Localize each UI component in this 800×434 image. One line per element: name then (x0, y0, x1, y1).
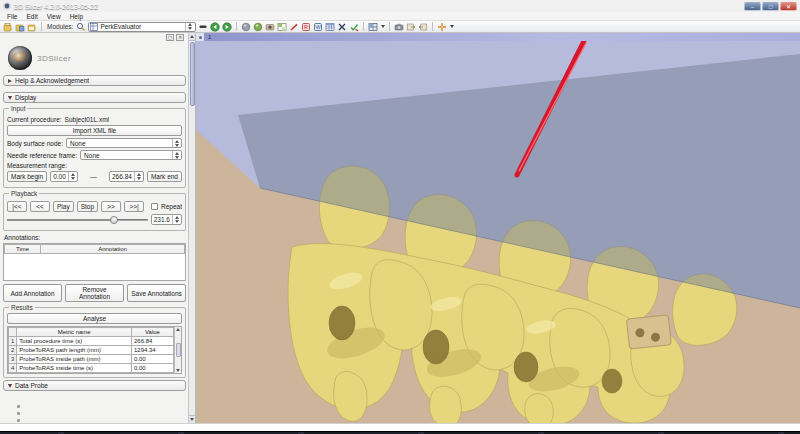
menu-edit[interactable]: Edit (22, 13, 41, 20)
scene-snapshot-icon[interactable] (406, 22, 416, 32)
layout-icon[interactable] (368, 22, 378, 32)
scroll-thumb[interactable] (190, 42, 195, 106)
step-back-button[interactable]: << (30, 201, 50, 212)
toolbar-separator (236, 22, 237, 31)
add-annotation-button[interactable]: Add Annotation (3, 284, 62, 302)
results-scrollbar[interactable] (174, 327, 181, 373)
close-button[interactable]: ✕ (780, 2, 797, 11)
annotations-empty-area (4, 254, 185, 280)
panel-scrollbar[interactable] (188, 33, 195, 423)
annotations-table[interactable]: Time Annotation (3, 243, 186, 281)
module-selector-value: PerkEvaluator (98, 23, 185, 30)
slicer-logo (8, 46, 32, 70)
result-row[interactable]: 3 ProbeToRAS inside path (mm) 0.00 (9, 355, 174, 364)
screenshot-icon[interactable] (265, 22, 275, 32)
body-surface-combobox[interactable]: None (66, 138, 182, 148)
history-back-icon[interactable] (210, 22, 220, 32)
collapsed-arrow-icon (8, 79, 12, 83)
history-forward-icon[interactable] (222, 22, 232, 32)
repeat-checkbox[interactable] (151, 203, 158, 210)
spinbox-arrows-icon[interactable] (172, 215, 181, 224)
favorite-module-icon[interactable] (253, 22, 263, 32)
module-selector-spinner[interactable] (185, 23, 194, 31)
skip-to-start-button[interactable]: |<< (7, 201, 27, 212)
mark-end-button[interactable]: Mark end (147, 171, 182, 182)
module-home-icon[interactable] (241, 22, 251, 32)
data-probe-markers (17, 405, 186, 422)
view-pin-icon[interactable] (196, 33, 205, 41)
current-time-spinbox[interactable]: 231.6 (151, 214, 182, 225)
annotations-col-time: Time (5, 245, 41, 254)
data-probe-section[interactable]: Data Probe (3, 380, 186, 391)
range-start-spinbox[interactable]: 0.00 (50, 171, 78, 182)
mark-begin-button[interactable]: Mark begin (7, 171, 47, 182)
undock-panel-icon[interactable] (198, 22, 208, 32)
module-panel: ◻ ✕ 3DSlicer Help & Acknowledgement Disp… (0, 33, 196, 423)
module-icon (90, 23, 98, 31)
crosshair-icon[interactable] (437, 22, 447, 32)
title-bar[interactable]: 3D Slicer 4.2.0-2013-05-22 – □ ✕ (0, 0, 800, 12)
module-selector[interactable]: PerkEvaluator (88, 22, 196, 32)
remove-annotation-button[interactable]: Remove Annotation (65, 284, 124, 302)
threed-scene[interactable] (196, 41, 800, 423)
panel-hide-icon[interactable]: ✕ (176, 34, 184, 41)
toolbar-separator (389, 22, 390, 31)
current-procedure-label: Current procedure: (7, 116, 62, 123)
play-button[interactable]: Play (53, 201, 74, 212)
minimize-button[interactable]: – (744, 2, 761, 11)
module-search-icon[interactable] (76, 22, 86, 32)
threed-view[interactable]: 1 (196, 33, 800, 423)
display-section[interactable]: Display (3, 92, 186, 103)
table-grid-icon[interactable] (325, 22, 335, 32)
slider-handle[interactable] (110, 216, 118, 224)
capture-camera-icon[interactable] (394, 22, 404, 32)
restore-view-icon[interactable] (418, 22, 428, 32)
panel-float-icon[interactable]: ◻ (166, 34, 174, 41)
transforms-icon[interactable] (337, 22, 347, 32)
import-xml-button[interactable]: Import XML file (7, 125, 182, 136)
annotation-pencil-icon[interactable] (289, 22, 299, 32)
save-annotations-button[interactable]: Save Annotations (127, 284, 186, 302)
playback-slider[interactable] (7, 214, 148, 225)
analyse-button[interactable]: Analyse (7, 313, 182, 324)
help-acknowledgement-section[interactable]: Help & Acknowledgement (3, 75, 186, 86)
paint-check-icon[interactable] (349, 22, 359, 32)
maximize-button[interactable]: □ (762, 2, 779, 11)
app-icon (3, 2, 11, 10)
menu-file[interactable]: File (3, 13, 21, 20)
load-data-icon[interactable] (3, 22, 13, 32)
modules-label: Modules: (47, 23, 73, 30)
skip-to-end-button[interactable]: >>| (124, 201, 144, 212)
spinbox-arrows-icon[interactable] (134, 172, 143, 181)
range-end-spinbox[interactable]: 266.84 (109, 171, 144, 182)
panel-dock-bar: ◻ ✕ (3, 33, 186, 42)
spinbox-arrows-icon[interactable] (68, 172, 77, 181)
crosshair-caret-icon[interactable] (450, 25, 454, 28)
scroll-up-icon[interactable] (189, 33, 196, 41)
layout-caret-icon[interactable] (381, 25, 385, 28)
measurement-range-label: Measurement range: (7, 162, 67, 169)
toolbar-separator (432, 22, 433, 31)
menu-help[interactable]: Help (66, 13, 87, 20)
slicer-logo-text: 3DSlicer (37, 54, 71, 63)
current-procedure-value: Subject01L.xml (65, 116, 109, 123)
window-level-icon[interactable]: W (313, 22, 323, 32)
toolbar-separator (363, 22, 364, 31)
scroll-down-icon[interactable] (189, 415, 196, 423)
result-row[interactable]: 4 ProbeToRAS inside time (s) 0.00 (9, 364, 174, 373)
step-forward-button[interactable]: >> (101, 201, 121, 212)
needle-frame-combobox[interactable]: None (80, 150, 182, 160)
threed-view-controller-bar[interactable]: 1 (196, 33, 800, 41)
results-table[interactable]: Metric name Value 1 Total procedure time… (7, 326, 182, 374)
save-icon[interactable] (27, 22, 37, 32)
stop-button[interactable]: Stop (77, 201, 98, 212)
load-dicom-icon[interactable] (15, 22, 25, 32)
scene-view-icon[interactable] (277, 22, 287, 32)
main-toolbar: Modules: PerkEvaluator R W (0, 21, 800, 33)
result-row[interactable]: 1 Total procedure time (s) 266.84 (9, 337, 174, 346)
menu-view[interactable]: View (43, 13, 65, 20)
results-col-value: Value (132, 328, 174, 337)
ruler-red-icon[interactable]: R (301, 22, 311, 32)
result-row[interactable]: 2 ProbeToRAS path length (mm) 1294.34 (9, 346, 174, 355)
expanded-arrow-icon (8, 384, 12, 388)
